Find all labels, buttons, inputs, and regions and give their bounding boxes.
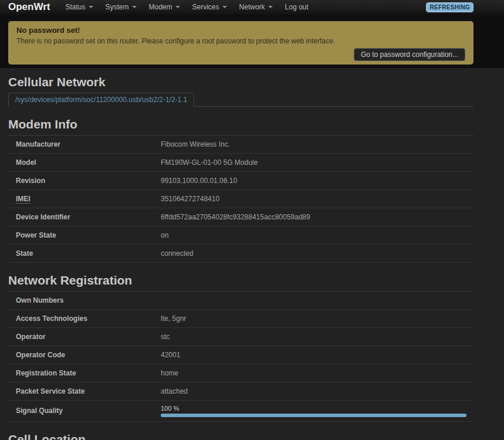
- row-label-text: Manufacturer: [16, 140, 60, 148]
- table-row: IMEI351064272748410: [8, 190, 473, 208]
- row-label: IMEI: [8, 195, 161, 203]
- signal-quality-progressbar: [161, 414, 466, 417]
- row-label: Revision: [8, 177, 161, 185]
- alert-title: No password set!: [16, 26, 465, 35]
- row-value: stc: [161, 333, 473, 341]
- table-row: Own Numbers: [8, 292, 473, 310]
- row-label-text: IMEI: [16, 195, 31, 204]
- row-label-text: Operator Code: [16, 351, 65, 359]
- row-value: 42001: [161, 351, 473, 359]
- table-row: ModelFM190W-GL-01-00 5G Module: [8, 154, 473, 172]
- row-label: Own Numbers: [8, 296, 161, 304]
- nav-item-label: Network: [239, 3, 265, 11]
- section-title: Network Registration: [8, 273, 473, 292]
- nav-item-system[interactable]: System: [106, 3, 137, 11]
- row-label-text: Own Numbers: [16, 296, 63, 304]
- chevron-down-icon: [175, 6, 180, 8]
- table-row: Operatorstc: [8, 328, 473, 346]
- row-label-text: Access Technologies: [16, 314, 87, 323]
- row-value: connected: [161, 249, 473, 258]
- main-content: Cellular Network /sys/devices/platform/s…: [0, 75, 504, 440]
- row-label-text: State: [16, 249, 33, 258]
- row-value: 100 %: [161, 405, 473, 417]
- nav-item-modem[interactable]: Modem: [149, 3, 180, 11]
- chevron-down-icon: [222, 6, 227, 8]
- row-value: home: [161, 369, 473, 377]
- table-row: Stateconnected: [8, 245, 473, 263]
- row-label: Manufacturer: [8, 140, 161, 148]
- row-label-text: Registration State: [16, 369, 76, 377]
- section-title: Modem Info: [8, 117, 473, 136]
- nav-item-network[interactable]: Network: [239, 3, 273, 11]
- openwrt-logo[interactable]: OpenWrt: [8, 1, 50, 13]
- nav-item-services[interactable]: Services: [192, 3, 227, 11]
- table-row: Signal Quality100 %: [8, 401, 473, 422]
- device-tabbar: /sys/devices/platform/soc/11200000.usb/u…: [8, 93, 473, 107]
- row-value: FM190W-GL-01-00 5G Module: [161, 158, 473, 167]
- table-row: Packet Service Stateattached: [8, 383, 473, 401]
- row-label: Registration State: [8, 369, 161, 377]
- table-row: Operator Code42001: [8, 346, 473, 364]
- nav-item-label: Services: [192, 3, 219, 11]
- row-label: Operator Code: [8, 351, 161, 359]
- nav-item-status[interactable]: Status: [65, 3, 93, 11]
- alert-band: No password set! There is no password se…: [0, 14, 504, 68]
- table-row: Revision99103.1000.00.01.06.10: [8, 172, 473, 190]
- table-row: Device Identifier6ffdd572aa27054028fc932…: [8, 208, 473, 226]
- nav-item-log-out[interactable]: Log out: [285, 3, 309, 11]
- row-label: State: [8, 249, 161, 258]
- nav-item-label: System: [106, 3, 129, 11]
- signal-quality-progress-fill: [161, 414, 466, 417]
- nav-menu: StatusSystemModemServicesNetworkLog out: [65, 3, 308, 11]
- row-label-text: Device Identifier: [16, 213, 70, 221]
- signal-quality-percent: 100 %: [161, 405, 466, 412]
- row-label: Operator: [8, 333, 161, 341]
- device-path-tab[interactable]: /sys/devices/platform/soc/11200000.usb/u…: [8, 93, 194, 107]
- no-password-alert: No password set! There is no password se…: [8, 21, 473, 65]
- row-label-text: Operator: [16, 333, 46, 341]
- page-title: Cellular Network: [8, 75, 473, 89]
- row-label-text: Power State: [16, 231, 56, 239]
- navbar: OpenWrt StatusSystemModemServicesNetwork…: [0, 0, 504, 14]
- row-value: 6ffdd572aa27054028fc93288415acc80059ad89: [161, 213, 473, 221]
- table-row: ManufacturerFibocom Wireless Inc.: [8, 136, 473, 154]
- row-label-text: Signal Quality: [16, 407, 63, 415]
- row-label: Access Technologies: [8, 314, 161, 323]
- row-value: 351064272748410: [161, 195, 473, 203]
- chevron-down-icon: [268, 6, 273, 8]
- chevron-down-icon: [132, 6, 137, 8]
- nav-item-label: Log out: [285, 3, 309, 11]
- row-label-text: Revision: [16, 177, 45, 185]
- alert-message: There is no password set on this router.…: [16, 37, 465, 45]
- table-row: Registration Statehome: [8, 364, 473, 383]
- nav-item-label: Modem: [149, 3, 172, 11]
- refreshing-status-badge[interactable]: REFRESHING: [426, 2, 473, 12]
- go-to-password-configuration-button[interactable]: Go to password configuration...: [354, 48, 465, 61]
- row-value: on: [161, 231, 473, 239]
- table-row: Access Technologieslte, 5gnr: [8, 310, 473, 328]
- row-value: lte, 5gnr: [161, 314, 473, 323]
- row-label: Packet Service State: [8, 387, 161, 395]
- nav-item-label: Status: [65, 3, 85, 11]
- row-label: Device Identifier: [8, 213, 161, 221]
- table-row: Power Stateon: [8, 226, 473, 245]
- section-title: Cell Location: [8, 432, 473, 440]
- alert-actions: Go to password configuration...: [16, 48, 465, 61]
- row-label-text: Packet Service State: [16, 387, 84, 395]
- row-value: 99103.1000.00.01.06.10: [161, 177, 473, 185]
- row-label: Signal Quality: [8, 407, 161, 415]
- row-value: Fibocom Wireless Inc.: [161, 140, 473, 148]
- row-label: Power State: [8, 231, 161, 239]
- row-value: attached: [161, 387, 473, 395]
- row-label-text: Model: [16, 158, 36, 167]
- sections-container: Modem InfoManufacturerFibocom Wireless I…: [8, 117, 473, 440]
- row-label: Model: [8, 158, 161, 167]
- chevron-down-icon: [89, 6, 93, 8]
